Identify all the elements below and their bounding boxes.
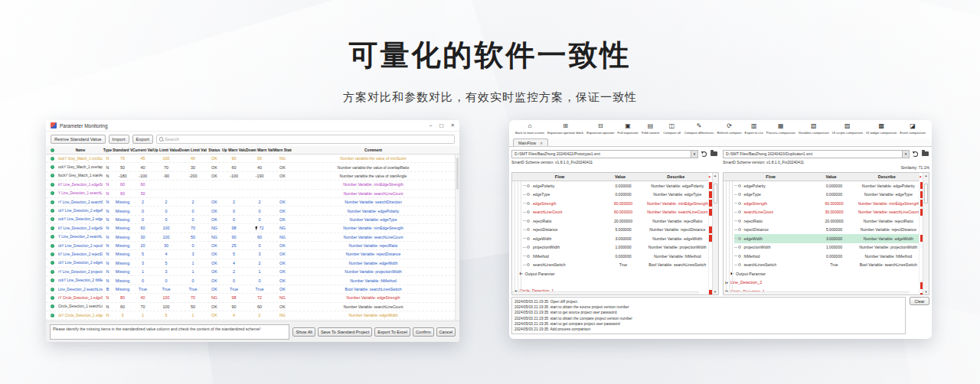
scroll-up-icon[interactable]: ▲	[714, 174, 717, 177]
tool-ui-widget-comparison[interactable]: ▩UI widget comparison	[866, 122, 897, 138]
open-folder-button[interactable]	[710, 150, 718, 158]
target-path-field[interactable]: D:/SMT Files/BaoZhong 20240423/Duplicato…	[723, 150, 910, 158]
col-describe[interactable]: Describe	[644, 174, 708, 179]
tool-event-comparison[interactable]: ◪Event comparison	[900, 122, 926, 138]
save-to-standard-project-button[interactable]: Save To Standard Project	[318, 327, 372, 337]
compare-row[interactable]: searchLinesSwitchTrueBool Variable: sear…	[734, 261, 920, 270]
compare-row[interactable]: rejectDistance5.000000Number Variable: r…	[734, 226, 920, 235]
scroll-up-icon[interactable]: ▲	[925, 174, 928, 177]
export-to-excel-button[interactable]: Export To Excel	[374, 327, 410, 337]
search-box[interactable]	[156, 135, 455, 144]
compare-row[interactable]: edgePolarity0.000000Number Variable: edg…	[523, 181, 708, 190]
compare-row[interactable]: fitMethod0.000000Number Variable: fitMet…	[523, 252, 708, 261]
compare-row[interactable]: searchLineCount60.000000Number Variable:…	[523, 208, 708, 217]
compare-row[interactable]: searchLineCount30.000000Number Variable:…	[734, 208, 920, 217]
dropdown-icon[interactable]: ▾	[902, 151, 909, 158]
source-path-field[interactable]: D:/SMT Files/BaoZhong 20240422/Prototype…	[511, 150, 698, 158]
compare-row[interactable]: edgeWidth3.000000Number Variable: edgeWi…	[523, 234, 708, 243]
table-row[interactable]: kY Line_Detection_2 edgeStrenNMissing601…	[46, 224, 455, 233]
table-row[interactable]: ckY Line_Detection_2 edgePolaNMissing000…	[46, 207, 455, 215]
tool-refresh-compare[interactable]: ⟳Refresh compare	[717, 122, 741, 138]
compare-row[interactable]: edgeType0.000000Number Variable: edgeTyp…	[523, 190, 708, 200]
horizontal-scrollbar[interactable]	[512, 291, 699, 295]
diff-up-icon[interactable]: ▲	[708, 174, 711, 178]
maximize-button[interactable]: ▢	[439, 122, 443, 129]
tool-expansion-operator[interactable]: ⊟Expansion operator	[586, 122, 614, 138]
table-row[interactable]: Y Line_Detection_1 searchLineN6030Number…	[46, 190, 455, 198]
compare-row[interactable]: edgeStrength60.000000Number Variable: mi…	[734, 199, 920, 208]
close-button[interactable]: ✕	[451, 122, 455, 129]
table-row[interactable]: Y Line_Detection_2 searchLineNMissing301…	[46, 233, 455, 242]
table-row[interactable]: lockY Grey_Match_1 minScoreN704510040OK9…	[46, 155, 455, 163]
col-status[interactable]: Status	[207, 148, 222, 152]
col-standard-value[interactable]: Standard Value	[113, 148, 132, 152]
tool-back-to-main-screen[interactable]: ⌂Back to main screen	[515, 122, 544, 138]
compare-row[interactable]: edgeWidth3.000000Number Variable: edgeWi…	[734, 234, 920, 243]
table-row[interactable]: Line_Detection_2 searchLinesBMissingTrue…	[46, 285, 455, 294]
table-row[interactable]: ckY Circle_Detection_1 edgeWiN3151OK42NG…	[46, 311, 455, 320]
col-up-warn-value[interactable]: Up Warn Value	[222, 148, 246, 152]
scrollbar-thumb[interactable]	[924, 184, 928, 203]
col-down-limit-value[interactable]: Down Limit Value	[179, 148, 207, 152]
confirm-button[interactable]: Confirm	[413, 327, 434, 337]
col-down-warn-value[interactable]: Down Warn Value	[246, 148, 273, 152]
horizontal-scrollbar[interactable]	[724, 291, 910, 295]
table-row[interactable]: rY Line_Detection_2 searchDireNMissing22…	[46, 198, 455, 207]
refresh-button[interactable]	[700, 150, 708, 158]
diff-up-icon[interactable]: ▲	[919, 174, 922, 178]
compare-row[interactable]: projectionWidth1.000000Number Variable: …	[734, 243, 920, 252]
minimize-button[interactable]: –	[430, 122, 433, 129]
table-row[interactable]: rY Line_Detection_2 projectionNMissing13…	[46, 268, 455, 276]
compare-row[interactable]: rejectRatio20.000000Number Variable: rej…	[734, 216, 920, 226]
compare-row[interactable]: fitMethod0.000000Number Variable: fitMet…	[734, 252, 920, 261]
tool-full-expansion[interactable]: ▣Full expansion	[618, 122, 639, 138]
dropdown-icon[interactable]: ▾	[691, 151, 697, 158]
refresh-button[interactable]	[911, 150, 920, 158]
tool-export-to-csv[interactable]: ▥Export to csv	[745, 122, 763, 138]
tool-ui-scripts-comparison[interactable]: ▨UI scripts comparison	[832, 122, 863, 138]
table-row[interactable]: ockY Line_Detection_2 edgeTypNMissing000…	[46, 216, 455, 224]
col-type[interactable]: Type	[103, 148, 113, 152]
export-button[interactable]: Export	[132, 135, 153, 144]
compare-row[interactable]: rejectRatio20.000000Number Variable: rej…	[523, 216, 708, 226]
scrollbar-thumb[interactable]	[714, 184, 717, 203]
col-up-limit-value[interactable]: Up Limit Value	[153, 148, 179, 152]
table-row[interactable]: Circle_Detection_1 searchLineN607010050O…	[46, 303, 455, 311]
scrollbar-thumb[interactable]	[456, 158, 459, 190]
compare-row[interactable]: edgeStrength60.000000Number Variable: mi…	[523, 199, 708, 208]
col-value[interactable]: Value	[808, 174, 855, 179]
table-row[interactable]: llockY Grey_Match_1 startAngeN-180-100-9…	[46, 172, 455, 181]
compare-row[interactable]: edgeType0.000000Number Variable: edgeTyp…	[734, 190, 920, 200]
tool-compare-differences[interactable]: ✎Compare differences	[684, 122, 714, 138]
search-input[interactable]	[165, 137, 452, 142]
compare-row[interactable]: projectionWidth1.000000Number Variable: …	[523, 243, 708, 252]
tool-process-comparison[interactable]: ▦Process comparison	[766, 122, 795, 138]
table-row[interactable]: kY Line_Detection_2 rejectDistaNMissing5…	[46, 250, 455, 259]
col-value[interactable]: Value	[596, 174, 644, 179]
scroll-down-icon[interactable]: ▼	[925, 290, 928, 294]
tool-expansion-operator-block[interactable]: ⊞Expansion operator block	[547, 122, 583, 138]
compare-row[interactable]: rejectDistance5.000000Number Variable: r…	[523, 226, 708, 235]
col-current-value[interactable]: Current Value	[132, 148, 153, 152]
clear-log-button[interactable]: Clear	[910, 297, 929, 305]
col-comment[interactable]: Comment	[292, 148, 455, 152]
tab-close-icon[interactable]: ✕	[540, 141, 543, 145]
tab-mainflow[interactable]: MainFlow ✕	[513, 138, 548, 146]
compare-row[interactable]: searchLinesSwitchTrueBool Variable: sear…	[523, 261, 708, 270]
table-row[interactable]: ckY Line_Detection_2 edgeWidNMissing351O…	[46, 259, 455, 268]
scroll-down-icon[interactable]: ▼	[714, 290, 717, 294]
show-all-button[interactable]: Show All	[292, 327, 315, 337]
open-folder-button[interactable]	[921, 150, 929, 158]
col-flow[interactable]: Flow	[734, 174, 808, 179]
col-warn-status[interactable]: Warn Status	[273, 148, 292, 152]
col-describe[interactable]: Describe	[855, 174, 920, 179]
tree-node[interactable]: ▶Line_Detection_2	[726, 278, 920, 288]
table-row[interactable]: ockY Line_Detection_2 fitMethoNMissing00…	[46, 276, 455, 285]
cancel-button[interactable]: Cancel	[436, 327, 456, 337]
tree-node[interactable]: ▶Output Paramter	[731, 269, 920, 278]
col-flow[interactable]: Flow	[523, 174, 596, 179]
compare-row[interactable]: edgePolarity0.000000Number Variable: edg…	[734, 181, 920, 190]
import-button[interactable]: Import	[109, 135, 129, 144]
table-row[interactable]: rY Circle_Detection_1 edgeStreN804010070…	[46, 294, 455, 302]
col-name[interactable]: Name	[58, 148, 103, 152]
